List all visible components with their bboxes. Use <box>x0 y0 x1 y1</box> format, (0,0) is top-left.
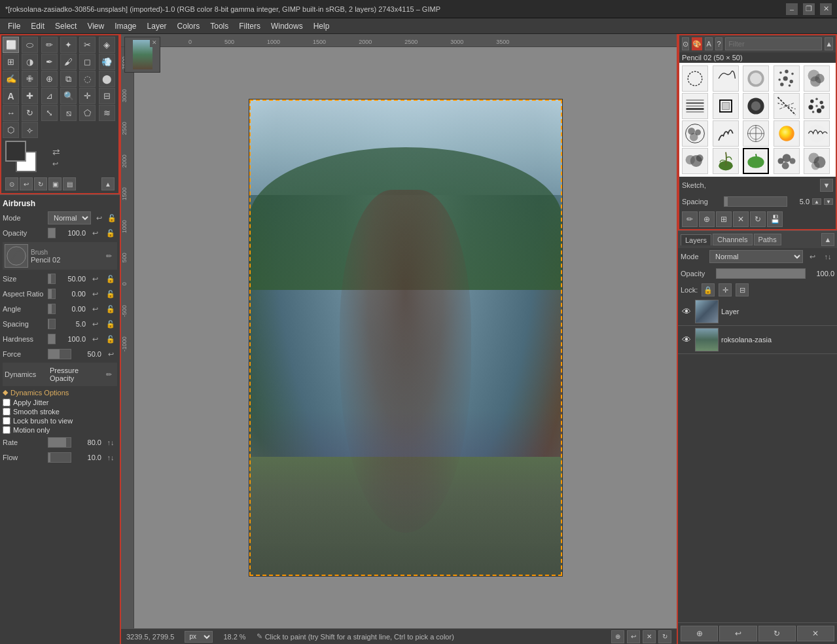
tool-zoom[interactable]: 🔍 <box>60 88 77 104</box>
brush-spacing-up[interactable]: ▲ <box>812 198 821 205</box>
tool-move[interactable]: ✛ <box>79 88 96 104</box>
brush-thumb-9[interactable] <box>774 93 800 119</box>
hardness-reset[interactable]: ↩ <box>88 332 101 346</box>
opacity-reset[interactable]: ↩ <box>88 226 101 240</box>
brush-thumb-2[interactable] <box>713 65 739 92</box>
layer-raise-btn[interactable]: ↩ <box>719 626 757 641</box>
brush-thumb-13[interactable] <box>743 120 769 147</box>
opacity-lock[interactable]: 🔓 <box>104 226 117 240</box>
brushes-icon-3[interactable]: A <box>705 37 712 50</box>
brush-refresh-btn[interactable]: ↻ <box>750 211 766 227</box>
swap-colors-icon[interactable]: ⇄ <box>52 147 60 157</box>
brush-thumb-14[interactable] <box>774 120 800 147</box>
tool-ellipse-select[interactable]: ⬭ <box>22 37 38 53</box>
hardness-slider[interactable] <box>48 334 56 344</box>
brush-thumb-11[interactable] <box>682 120 708 147</box>
menu-item-filters[interactable]: Filters <box>234 20 266 32</box>
hardness-lock[interactable]: 🔓 <box>104 332 117 346</box>
tool-opt-5[interactable]: ▤ <box>63 177 76 190</box>
tool-opt-4[interactable]: ▣ <box>48 177 62 190</box>
layer-duplicate-btn[interactable]: ✕ <box>797 626 834 641</box>
smooth-stroke-checkbox[interactable] <box>3 408 10 416</box>
brushes-collapse[interactable]: ▲ <box>825 37 833 50</box>
brush-thumb-16[interactable] <box>682 148 708 174</box>
close-button[interactable]: ✕ <box>820 3 832 15</box>
layers-collapse[interactable]: ▲ <box>821 233 834 246</box>
brush-thumb-20[interactable] <box>804 148 830 174</box>
menu-item-windows[interactable]: Windows <box>266 20 308 32</box>
lock-position-btn[interactable]: ✛ <box>719 283 732 296</box>
flow-slider[interactable] <box>48 452 71 463</box>
brush-filter-input[interactable] <box>725 37 822 50</box>
menu-item-file[interactable]: File <box>3 20 26 32</box>
unit-select[interactable]: px mm <box>185 631 213 643</box>
menu-item-layer[interactable]: Layer <box>142 20 172 32</box>
brush-thumb-8[interactable] <box>743 93 769 119</box>
tool-scissors[interactable]: ✂ <box>79 37 96 53</box>
brushes-help[interactable]: ? <box>715 37 722 50</box>
statusbar-action-3[interactable]: ✕ <box>643 630 656 643</box>
brush-tag-dropdown[interactable]: ▼ <box>820 179 833 192</box>
brush-thumb-5[interactable] <box>804 65 830 92</box>
tool-free-select[interactable]: ✏ <box>41 37 58 53</box>
layer-add-btn[interactable]: ⊕ <box>681 626 718 641</box>
aspect-ratio-reset[interactable]: ↩ <box>88 287 101 300</box>
menu-item-select[interactable]: Select <box>50 20 82 32</box>
brush-thumb-12[interactable] <box>713 120 739 147</box>
brush-thumb-18[interactable] <box>743 148 769 174</box>
dynamics-edit[interactable]: ✏ <box>102 368 115 381</box>
tool-opt-collapse[interactable]: ▲ <box>101 177 115 190</box>
statusbar-action-1[interactable]: ⊕ <box>611 630 624 643</box>
tool-pencil[interactable]: ✒ <box>41 54 58 70</box>
navigator-close-button[interactable]: ✕ <box>150 38 159 47</box>
layers-mode-cycle[interactable]: ↑↓ <box>821 250 834 263</box>
layer-item-1[interactable]: 👁 Layer <box>678 298 837 326</box>
spacing-slider[interactable] <box>48 319 56 329</box>
apply-jitter-checkbox[interactable] <box>3 399 10 406</box>
tool-text[interactable]: A <box>3 88 19 104</box>
layer-eye-2[interactable]: 👁 <box>681 334 692 346</box>
tool-bucket[interactable]: ⊞ <box>3 54 19 70</box>
layers-opacity-slider[interactable] <box>716 268 806 279</box>
menu-item-edit[interactable]: Edit <box>26 20 50 32</box>
brush-thumb-19[interactable] <box>774 148 800 174</box>
canvas-image[interactable] <box>249 99 563 577</box>
motion-only-checkbox[interactable] <box>3 426 10 434</box>
tool-cage[interactable]: ⬡ <box>3 122 19 138</box>
tool-heal[interactable]: ✙ <box>22 71 38 87</box>
menu-item-help[interactable]: Help <box>308 20 335 32</box>
layers-tab[interactable]: Layers <box>681 234 711 245</box>
tool-clone[interactable]: ⊕ <box>41 71 58 87</box>
rate-slider[interactable] <box>48 437 71 448</box>
tool-fuzzy-select[interactable]: ✦ <box>60 37 77 53</box>
layer-eye-1[interactable]: 👁 <box>681 306 692 317</box>
minimize-button[interactable]: – <box>786 3 798 15</box>
dynamics-options-header[interactable]: ◆ Dynamics Options <box>3 388 117 397</box>
tool-shear[interactable]: ⧅ <box>60 105 77 121</box>
angle-reset[interactable]: ↩ <box>88 302 101 315</box>
reset-colors-icon[interactable]: ↩ <box>52 160 60 168</box>
brush-spacing-down[interactable]: ▼ <box>824 198 833 205</box>
tool-opt-2[interactable]: ↩ <box>20 177 33 190</box>
foreground-color[interactable] <box>5 141 26 162</box>
lock-all-btn[interactable]: ⊟ <box>736 283 749 296</box>
tool-ink[interactable]: ✍ <box>3 71 19 87</box>
aspect-ratio-lock[interactable]: 🔓 <box>104 287 117 300</box>
brush-thumb-7[interactable] <box>713 93 739 119</box>
statusbar-action-2[interactable]: ↩ <box>627 630 640 643</box>
tool-paths[interactable]: ⟣ <box>22 122 38 138</box>
canvas-viewport[interactable] <box>134 47 677 628</box>
brush-thumb-4[interactable] <box>774 65 800 92</box>
menu-item-tools[interactable]: Tools <box>205 20 234 32</box>
tool-measure[interactable]: ⊿ <box>41 88 58 104</box>
tool-align[interactable]: ⊟ <box>99 88 115 104</box>
tool-blend[interactable]: ◑ <box>22 54 38 70</box>
tool-perspective[interactable]: ⬠ <box>79 105 96 121</box>
brush-edit-btn[interactable]: ✏ <box>682 211 698 227</box>
angle-slider[interactable] <box>48 304 56 314</box>
tool-smudge[interactable]: ◌ <box>79 71 96 87</box>
statusbar-action-4[interactable]: ↻ <box>658 630 671 643</box>
tool-transform[interactable]: ≋ <box>99 105 115 121</box>
tool-opt-1[interactable]: ⊙ <box>5 177 18 190</box>
brush-delete-btn[interactable]: ✕ <box>733 211 749 227</box>
